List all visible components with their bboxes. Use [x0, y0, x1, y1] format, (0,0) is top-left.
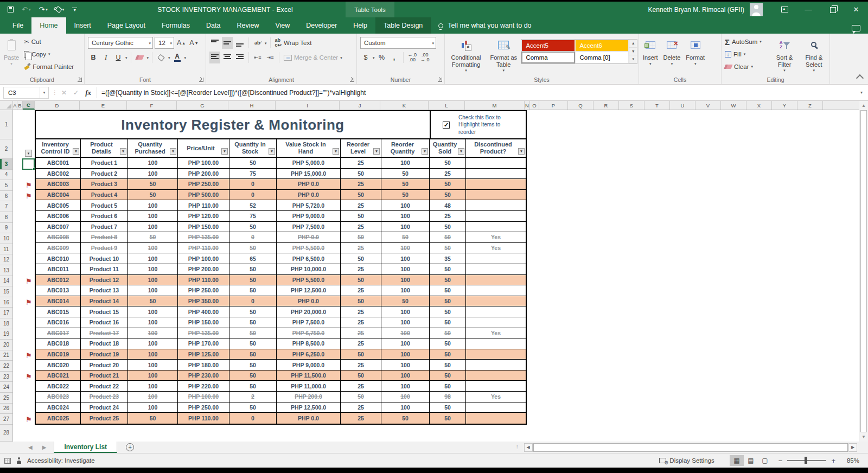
fill-handle[interactable]	[33, 168, 35, 170]
row-header-14[interactable]: 14	[0, 276, 12, 287]
cell-sold[interactable]: 50	[430, 338, 466, 349]
cell-purchased[interactable]: 100	[128, 360, 178, 370]
cell-reorder_level[interactable]: 25	[341, 285, 381, 296]
cell-sold[interactable]: 50	[430, 275, 466, 285]
column-header-U[interactable]: U	[670, 101, 695, 110]
number-format-combobox[interactable]: Custom▾	[360, 37, 436, 49]
cell-product[interactable]: Product 1	[81, 158, 128, 168]
cell-price[interactable]: PHP 180.00	[178, 360, 229, 370]
cell-product[interactable]: Product 6	[81, 211, 128, 221]
tell-me-box[interactable]: Tell me what you want to do	[438, 17, 531, 34]
row-header-6[interactable]: 6	[0, 191, 12, 202]
underline-button[interactable]: U	[113, 52, 124, 63]
header-quantity-in-stock[interactable]: Quantity in Stock▾	[229, 139, 277, 157]
cell-discontinued[interactable]	[466, 306, 526, 317]
cell-style-accent5[interactable]: Accent5	[521, 40, 575, 52]
column-header-J[interactable]: J	[340, 101, 380, 110]
cell-sold[interactable]: 50	[430, 349, 466, 360]
row-header-9[interactable]: 9	[0, 223, 12, 234]
cell-price[interactable]: PHP 120.00	[178, 211, 229, 221]
cell-id[interactable]: ABC003	[36, 179, 81, 189]
row-header-21[interactable]: 21	[0, 350, 12, 361]
cell-product[interactable]: Product 3	[81, 179, 128, 189]
cell-discontinued[interactable]	[466, 158, 526, 168]
scroll-up-arrow[interactable]: ▲	[859, 101, 868, 110]
cell-value[interactable]: PHP 10,000.0	[277, 264, 341, 274]
cell-product[interactable]: Product 21	[81, 370, 128, 381]
cell-reorder_qty[interactable]: 100	[381, 349, 430, 360]
column-header-K[interactable]: K	[380, 101, 429, 110]
filter-dropdown-icon[interactable]: ▾	[373, 148, 380, 155]
cell-price[interactable]: PHP 250.00	[178, 402, 229, 413]
cell-sold[interactable]: 50	[430, 360, 466, 370]
cell-discontinued[interactable]	[466, 253, 526, 264]
cell-sold[interactable]: 50	[430, 317, 466, 328]
tab-insert[interactable]: Insert	[66, 17, 99, 34]
column-header-C[interactable]: C	[23, 101, 35, 110]
column-header-V[interactable]: V	[695, 101, 721, 110]
cell-purchased[interactable]: 100	[128, 306, 178, 317]
column-header-I[interactable]: I	[276, 101, 340, 110]
cell-reorder_level[interactable]: 50	[341, 296, 381, 306]
row-header-1[interactable]: 1	[0, 110, 12, 139]
cell-reorder_qty[interactable]: 50	[381, 413, 430, 424]
cell-discontinued[interactable]	[466, 211, 526, 221]
cell-price[interactable]: PHP 110.00	[178, 243, 229, 253]
cell-price[interactable]: PHP 170.00	[178, 338, 229, 349]
tab-review[interactable]: Review	[228, 17, 267, 34]
display-settings-button[interactable]: Display Settings	[650, 457, 723, 464]
row-header-13[interactable]: 13	[0, 265, 12, 276]
find-select-button[interactable]: Find & Select▾	[800, 35, 828, 74]
cell-reorder_level[interactable]: 50	[341, 370, 381, 381]
cell-reorder_qty[interactable]: 100	[381, 211, 430, 221]
cell-reorder_qty[interactable]: 100	[381, 158, 430, 168]
clear-button[interactable]: Clear▾	[723, 61, 770, 73]
tab-file[interactable]: File	[4, 17, 31, 34]
cell-product[interactable]: Product 5	[81, 200, 128, 210]
cancel-formula-button[interactable]: ✕	[61, 89, 67, 97]
cell-reorder_qty[interactable]: 50	[381, 169, 430, 179]
cell-value[interactable]: PHP 8,500.0	[277, 338, 341, 349]
cell-reorder_level[interactable]: 50	[341, 392, 381, 402]
cell-id[interactable]: ABC002	[36, 169, 81, 179]
row-header-16[interactable]: 16	[0, 297, 12, 308]
cell-price[interactable]: PHP 110.00	[178, 275, 229, 285]
row-header-2[interactable]: 2	[0, 139, 12, 159]
row-header-15[interactable]: 15	[0, 286, 12, 297]
cell-reorder_level[interactable]: 25	[341, 360, 381, 370]
tab-help[interactable]: Help	[345, 17, 375, 34]
cell-value[interactable]: PHP 0.0	[277, 190, 341, 200]
cell-reorder_level[interactable]: 25	[341, 381, 381, 391]
cell-id[interactable]: ABC009	[36, 243, 81, 253]
cell-purchased[interactable]: 100	[128, 275, 178, 285]
tab-data[interactable]: Data	[198, 17, 228, 34]
tab-formulas[interactable]: Formulas	[154, 17, 198, 34]
cut-button[interactable]: ✂Cut	[22, 36, 76, 48]
row-header-8[interactable]: 8	[0, 212, 12, 223]
cell-value[interactable]: PHP 0.0	[277, 296, 341, 306]
page-layout-view-button[interactable]: ▤	[744, 455, 758, 466]
row-header-10[interactable]: 10	[0, 233, 12, 244]
cell-reorder_qty[interactable]: 50	[381, 232, 430, 242]
percent-style-button[interactable]: %	[376, 52, 387, 63]
row-header-7[interactable]: 7	[0, 201, 12, 212]
column-header-G[interactable]: G	[177, 101, 228, 110]
row-header-19[interactable]: 19	[0, 329, 12, 340]
cell-purchased[interactable]: 50	[128, 232, 178, 242]
cell-id[interactable]: ABC013	[36, 285, 81, 296]
cell-purchased[interactable]: 100	[128, 264, 178, 274]
cell-reorder_qty[interactable]: 100	[381, 370, 430, 381]
cell-purchased[interactable]: 100	[128, 392, 178, 402]
cell-in_stock[interactable]: 2	[229, 392, 277, 402]
cell-reorder_level[interactable]: 25	[341, 338, 381, 349]
increase-indent-button[interactable]: ⇥≡	[265, 52, 276, 63]
gallery-down-button[interactable]: ▼	[629, 48, 637, 56]
cell-product[interactable]: Product 8	[81, 232, 128, 242]
cell-discontinued[interactable]	[466, 402, 526, 413]
cell-in_stock[interactable]: 0	[229, 179, 277, 189]
scrollbar-grip[interactable]: ⁞	[516, 445, 519, 450]
cell-reorder_qty[interactable]: 100	[381, 317, 430, 328]
cell-reorder_level[interactable]: 25	[341, 317, 381, 328]
autosum-button[interactable]: ΣAutoSum▾	[723, 36, 770, 48]
cell-in_stock[interactable]: 50	[229, 158, 277, 168]
